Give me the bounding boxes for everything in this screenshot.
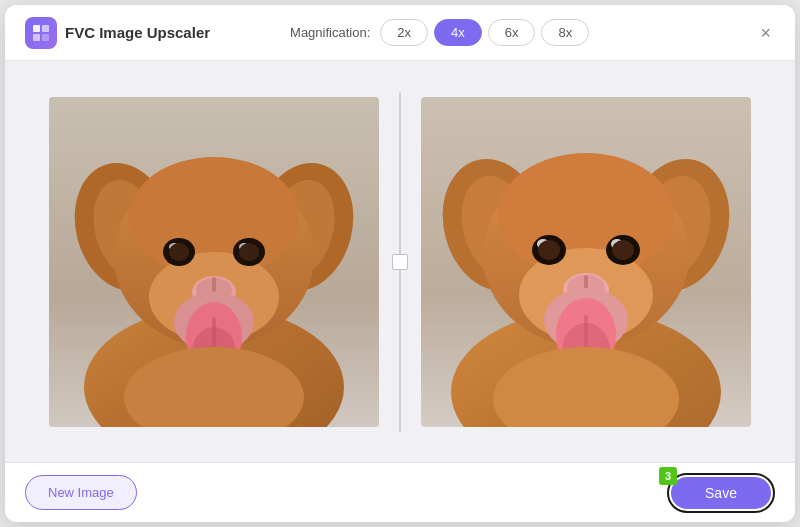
- save-button-wrapper: Save: [667, 473, 775, 513]
- app-window: FVC Image Upscaler Magnification: 2x 4x …: [5, 5, 795, 522]
- divider-handle[interactable]: [392, 254, 408, 270]
- enhanced-image-panel: [421, 97, 751, 427]
- image-divider: [399, 92, 401, 432]
- mag-6x-button[interactable]: 6x: [488, 19, 536, 46]
- svg-rect-3: [42, 34, 49, 41]
- svg-point-42: [612, 240, 634, 260]
- bottom-bar: New Image 3 Save: [5, 462, 795, 522]
- magnification-label: Magnification:: [290, 25, 370, 40]
- svg-point-41: [538, 240, 560, 260]
- original-image: [49, 97, 379, 427]
- header: FVC Image Upscaler Magnification: 2x 4x …: [5, 5, 795, 61]
- mag-2x-button[interactable]: 2x: [380, 19, 428, 46]
- svg-rect-22: [212, 277, 216, 292]
- magnification-buttons: 2x 4x 6x 8x: [380, 19, 589, 46]
- magnification-area: Magnification: 2x 4x 6x 8x: [290, 19, 589, 46]
- enhanced-image: [421, 97, 751, 427]
- svg-rect-45: [584, 275, 588, 290]
- svg-rect-1: [42, 25, 49, 32]
- save-area: 3 Save: [667, 473, 775, 513]
- close-button[interactable]: ×: [756, 20, 775, 46]
- save-button[interactable]: Save: [671, 477, 771, 509]
- svg-rect-0: [33, 25, 40, 32]
- mag-8x-button[interactable]: 8x: [541, 19, 589, 46]
- mag-4x-button[interactable]: 4x: [434, 19, 482, 46]
- logo-area: FVC Image Upscaler: [25, 17, 210, 49]
- app-logo-icon: [25, 17, 57, 49]
- new-image-button[interactable]: New Image: [25, 475, 137, 510]
- app-title: FVC Image Upscaler: [65, 24, 210, 41]
- content-area: [5, 61, 795, 462]
- svg-rect-2: [33, 34, 40, 41]
- save-badge: 3: [659, 467, 677, 485]
- svg-point-18: [169, 243, 189, 261]
- original-image-panel: [49, 97, 379, 427]
- svg-point-19: [239, 243, 259, 261]
